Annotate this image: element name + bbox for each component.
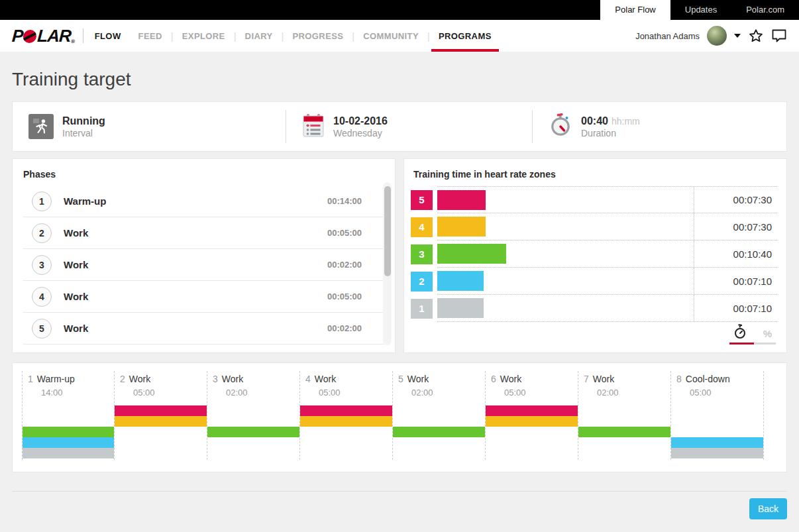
phase-number-badge: 5 (32, 319, 52, 339)
timeline-zone-3-band (578, 427, 670, 437)
topbar-tab-polar-flow[interactable]: Polar Flow (600, 0, 670, 20)
footer: Back (12, 491, 787, 519)
topbar-tab-updates[interactable]: Updates (670, 0, 731, 20)
menu-item-feed[interactable]: FEED (130, 20, 171, 52)
favorites-star-icon[interactable] (748, 28, 764, 44)
timeline-phase-6[interactable]: 6Work 05:00 (486, 371, 578, 460)
timeline-phase-number: 6 (491, 374, 496, 384)
timeline-zone-4-band (300, 416, 392, 427)
phase-duration: 00:05:00 (327, 228, 362, 238)
topbar-tab-polar-com[interactable]: Polar.com (731, 0, 799, 20)
toggle-percent-button[interactable]: % (763, 328, 772, 339)
phase-duration: 00:02:00 (327, 323, 362, 333)
user-avatar[interactable] (707, 26, 727, 46)
zones-panel-title: Training time in heart rate zones (413, 169, 777, 180)
timeline-phase-name: Warm-up (37, 374, 75, 384)
zone-2-badge: 2 (411, 272, 433, 292)
timeline-phase-5[interactable]: 5Work 02:00 (393, 371, 486, 460)
phases-scrollbar-track[interactable] (383, 182, 392, 345)
timeline-zone-1-band (23, 448, 114, 458)
timeline-zone-5-band (115, 405, 207, 416)
main-row: Phases 1 Warm-up 00:14:00 2 Work 00:05:0… (12, 158, 787, 353)
menu-item-programs[interactable]: PROGRAMS (430, 20, 500, 52)
zone-1-badge: 1 (411, 299, 433, 319)
toggle-time-stopwatch-icon[interactable] (733, 324, 747, 339)
phase-name: Work (64, 291, 88, 302)
timeline-phase-number: 1 (28, 374, 33, 384)
timeline-zone-3-band (23, 427, 114, 437)
messages-chat-icon[interactable] (771, 28, 787, 43)
timeline-zone-2-band (23, 437, 114, 448)
user-name[interactable]: Jonathan Adams (635, 31, 700, 41)
timeline-phase-8[interactable]: 8Cool-down 05:00 (671, 371, 764, 460)
phase-duration: 00:02:00 (327, 260, 362, 270)
timeline-zone-5-band (486, 405, 578, 416)
timeline-phase-duration: 05:00 (115, 388, 207, 398)
zone-3-badge: 3 (411, 244, 433, 264)
back-button[interactable]: Back (749, 498, 787, 519)
timeline-phase-2[interactable]: 2Work 05:00 (115, 371, 207, 460)
zone-1-time: 00:07:10 (694, 295, 777, 321)
phase-number-badge: 3 (32, 255, 52, 275)
zone-4-time: 00:07:30 (694, 213, 777, 240)
page-title: Training target (12, 69, 787, 90)
target-date: 10-02-2016 (333, 115, 388, 128)
menu-item-progress[interactable]: PROGRESS (284, 20, 352, 52)
stopwatch-icon (549, 113, 572, 140)
zone-2-bar (437, 271, 484, 291)
zone-5-time: 00:07:30 (694, 187, 777, 213)
phase-row-3[interactable]: 3 Work 00:02:00 (23, 249, 384, 281)
zone-4-badge: 4 (411, 217, 433, 237)
main-menu: FLOW FEED | EXPLORE | DIARY | PROGRESS |… (86, 20, 500, 52)
duration-value: 00:40hh:mm (581, 115, 640, 128)
timeline-phase-7[interactable]: 7Work 02:00 (578, 371, 671, 460)
timeline-phase-duration: 05:00 (486, 388, 578, 398)
main-nav-bar: PLAR® FLOW FEED | EXPLORE | DIARY | PROG… (0, 20, 799, 52)
timeline-zone-4-band (115, 416, 207, 427)
training-summary-card: Running Interval (12, 101, 787, 152)
timeline-phase-4[interactable]: 4Work 05:00 (300, 371, 393, 460)
phase-row-1[interactable]: 1 Warm-up 00:14:00 (23, 186, 384, 217)
timeline-phase-duration: 05:00 (671, 388, 763, 398)
timeline-phase-duration: 02:00 (207, 388, 299, 398)
timeline-zone-3-band (207, 427, 299, 437)
polar-logo[interactable]: PLAR® (11, 26, 76, 46)
timeline-phase-name: Work (129, 374, 150, 384)
zone-row-1: 1 00:07:10 (411, 295, 777, 322)
timeline-phase-number: 7 (584, 374, 589, 384)
zone-rows: 5 00:07:30 4 00:07:30 3 (411, 186, 777, 322)
phase-name: Warm-up (64, 195, 106, 207)
duration-section: 00:40hh:mm Duration (532, 110, 786, 143)
zone-5-badge: 5 (411, 190, 433, 210)
timeline-phase-1[interactable]: 1Warm-up 14:00 (22, 371, 115, 460)
time-percent-toggle: % (729, 324, 776, 345)
phase-row-5[interactable]: 5 Work 00:02:00 (23, 313, 384, 345)
menu-item-diary[interactable]: DIARY (237, 20, 282, 52)
chevron-down-icon[interactable] (734, 34, 741, 38)
timeline-zone-3-band (393, 427, 485, 437)
phase-timeline-panel: 1Warm-up 14:00 2Work 05:00 3Work 02:00 4… (12, 362, 787, 472)
duration-label: Duration (581, 128, 640, 139)
logo-divider (83, 28, 83, 43)
timeline-phase-3[interactable]: 3Work 02:00 (207, 371, 300, 460)
toggle-active-indicator (729, 343, 754, 345)
timeline-zone-5-band (300, 405, 392, 416)
zone-3-bar-track (437, 240, 694, 267)
menu-item-flow[interactable]: FLOW (86, 20, 130, 52)
timeline-phase-name: Work (500, 374, 521, 384)
zone-row-4: 4 00:07:30 (411, 213, 777, 240)
menu-item-explore[interactable]: EXPLORE (174, 20, 234, 52)
date-section: 10-02-2016 Wednesday (286, 110, 532, 143)
logo-red-dot-icon (23, 29, 37, 42)
menu-item-community[interactable]: COMMUNITY (354, 20, 427, 52)
timeline-phase-duration: 05:00 (300, 388, 392, 398)
logo-letters-lar: LAR (36, 26, 72, 46)
phase-number-badge: 1 (32, 191, 52, 211)
phase-number-badge: 2 (32, 223, 52, 243)
phase-row-2[interactable]: 2 Work 00:05:00 (23, 217, 384, 249)
zone-4-bar-track (437, 213, 694, 240)
heart-rate-zones-panel: Training time in heart rate zones 5 00:0… (403, 158, 787, 353)
timeline-zone-2-band (671, 437, 763, 448)
phases-scrollbar-thumb[interactable] (384, 186, 391, 276)
phase-row-4[interactable]: 4 Work 00:05:00 (23, 281, 384, 313)
